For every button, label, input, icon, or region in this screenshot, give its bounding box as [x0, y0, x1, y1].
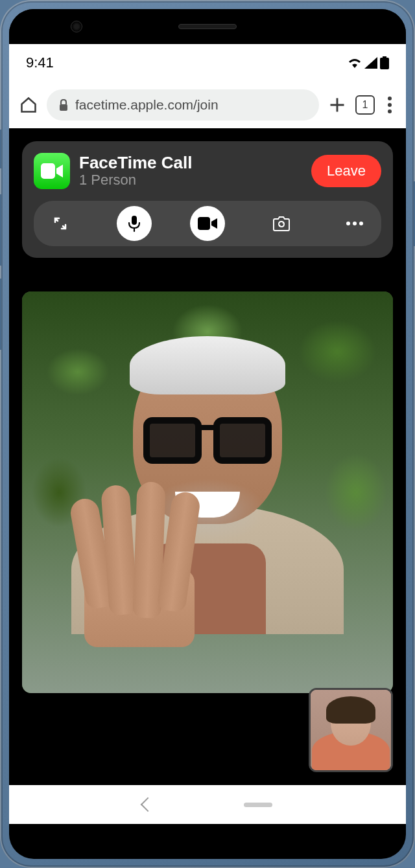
speaker-grille — [178, 24, 237, 29]
expand-icon — [53, 216, 68, 231]
volume-up-button — [0, 130, 1, 168]
call-participant-count: 1 Person — [79, 172, 302, 188]
leave-button[interactable]: Leave — [311, 155, 381, 187]
front-camera — [71, 21, 82, 32]
svg-rect-2 — [60, 104, 67, 111]
svg-rect-5 — [41, 163, 55, 179]
browser-bar: facetime.apple.com/join 1 — [9, 82, 406, 128]
self-video-pip[interactable] — [309, 688, 393, 772]
microphone-icon — [126, 214, 143, 233]
tab-count: 1 — [362, 99, 368, 111]
side-button — [0, 279, 1, 350]
microphone-button[interactable] — [117, 206, 152, 241]
signal-icon — [364, 57, 377, 69]
call-controls — [34, 201, 381, 246]
more-menu-icon[interactable] — [388, 97, 392, 113]
tabs-button[interactable]: 1 — [355, 95, 375, 115]
phone-frame: 9:41 facetime.apple.com/join — [0, 0, 415, 868]
status-time: 9:41 — [26, 54, 54, 71]
wifi-icon — [348, 57, 362, 69]
video-call-content: FaceTime Call 1 Person Leave — [9, 128, 406, 785]
new-tab-icon[interactable] — [328, 96, 346, 114]
svg-point-9 — [346, 222, 350, 225]
svg-rect-6 — [132, 216, 137, 225]
android-nav-bar — [9, 785, 406, 824]
status-bar: 9:41 — [9, 44, 406, 82]
svg-point-10 — [353, 222, 357, 225]
home-gesture-pill[interactable] — [244, 803, 272, 807]
volume-down-button — [0, 194, 1, 266]
svg-rect-0 — [380, 58, 389, 69]
lock-icon — [58, 99, 69, 111]
call-title: FaceTime Call — [79, 154, 302, 172]
ellipsis-icon — [346, 222, 363, 225]
more-options-button[interactable] — [337, 206, 372, 241]
video-icon — [198, 217, 217, 230]
svg-rect-1 — [383, 56, 386, 58]
svg-rect-8 — [198, 217, 210, 230]
url-text: facetime.apple.com/join — [75, 97, 219, 113]
home-icon[interactable] — [19, 96, 38, 114]
back-button[interactable] — [141, 797, 156, 812]
svg-point-11 — [359, 222, 363, 225]
facetime-app-icon — [34, 153, 70, 189]
flip-camera-icon — [272, 215, 291, 232]
flip-camera-button[interactable] — [264, 206, 299, 241]
fullscreen-button[interactable] — [43, 206, 78, 241]
call-control-panel: FaceTime Call 1 Person Leave — [22, 141, 393, 258]
remote-video[interactable] — [22, 291, 393, 693]
battery-icon — [380, 56, 389, 69]
camera-button[interactable] — [190, 206, 225, 241]
address-bar[interactable]: facetime.apple.com/join — [47, 89, 319, 120]
status-icons — [348, 56, 389, 69]
